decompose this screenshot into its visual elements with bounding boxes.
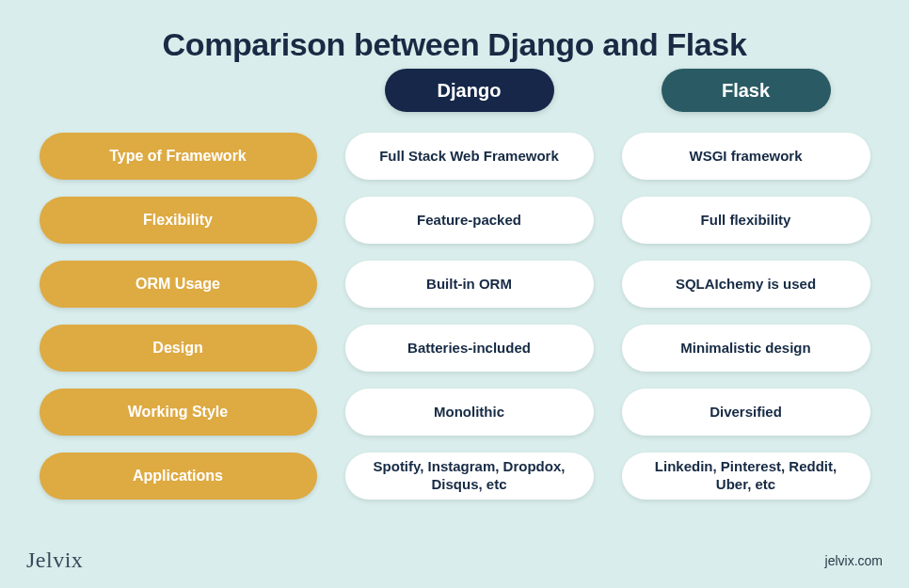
page-title: Comparison between Django and Flask [0,0,909,69]
row-label-flexibility: Flexibility [40,197,317,244]
column-header-flask: Flask [662,69,831,112]
flask-value-working-style: Diversified [622,389,870,436]
django-value-type: Full Stack Web Framework [345,133,594,180]
django-value-design: Batteries-included [345,325,594,372]
flask-value-type: WSGI framework [622,133,870,180]
column-header-django: Django [385,69,554,112]
row-label-type-of-framework: Type of Framework [40,133,317,180]
row-label-applications: Applications [40,453,317,500]
comparison-grid: Django Flask Type of Framework Full Stac… [0,69,909,500]
django-value-working-style: Monolithic [345,389,594,436]
brand-logo: Jelvix [26,548,83,573]
footer: Jelvix jelvix.com [0,548,909,573]
flask-value-flexibility: Full flexibility [622,197,870,244]
brand-url: jelvix.com [825,553,883,568]
django-value-orm: Built-in ORM [345,261,594,308]
django-value-flexibility: Feature-packed [345,197,594,244]
row-label-working-style: Working Style [40,389,317,436]
flask-value-applications: Linkedin, Pinterest, Reddit, Uber, etc [622,453,870,500]
row-label-orm-usage: ORM Usage [40,261,317,308]
flask-value-orm: SQLAIchemy is used [622,261,870,308]
django-value-applications: Spotify, Instagram, Dropdox, Disqus, etc [345,453,594,500]
row-label-design: Design [40,325,317,372]
flask-value-design: Minimalistic design [622,325,870,372]
